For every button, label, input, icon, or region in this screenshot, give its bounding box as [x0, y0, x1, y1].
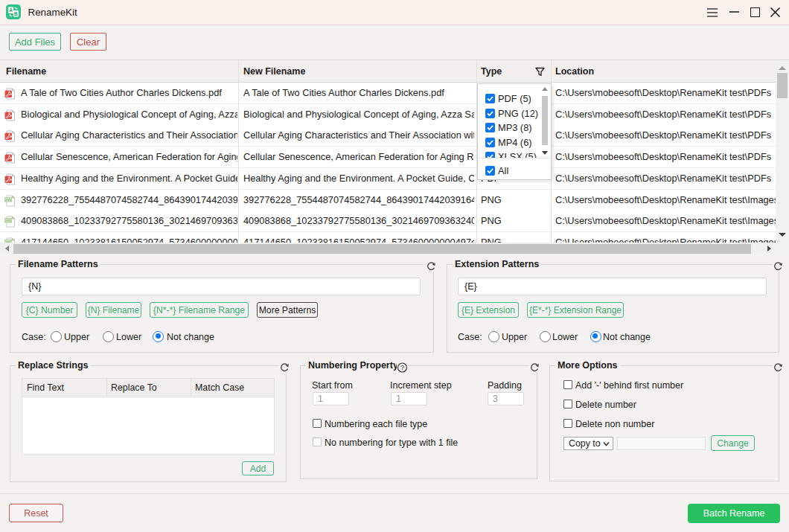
svg-text:A: A — [9, 7, 13, 13]
svg-text:B: B — [14, 10, 18, 16]
svg-text:?: ? — [400, 364, 404, 371]
